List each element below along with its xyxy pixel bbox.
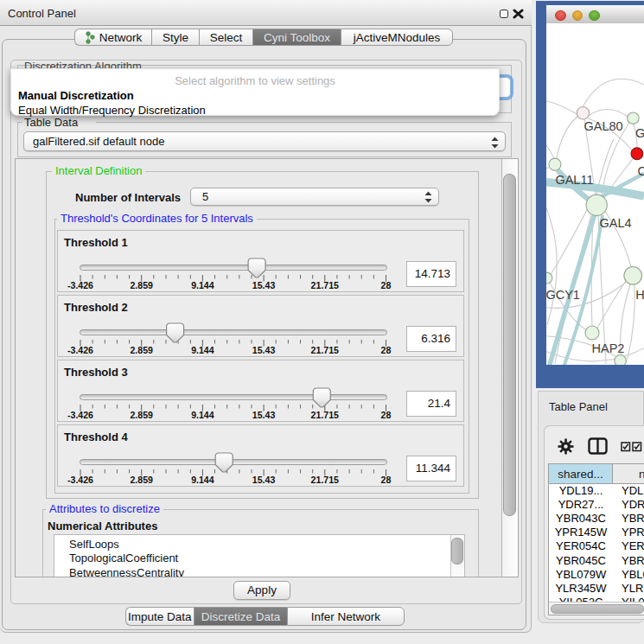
svg-text:28: 28 (381, 345, 392, 355)
svg-text:15.43: 15.43 (252, 410, 276, 420)
svg-text:HAP2: HAP2 (592, 341, 625, 355)
svg-text:-3.426: -3.426 (67, 345, 93, 355)
svg-text:9.144: 9.144 (191, 280, 214, 290)
svg-text:-3.426: -3.426 (67, 475, 93, 485)
svg-text:G.: G. (635, 126, 644, 140)
svg-text:2.859: 2.859 (130, 345, 153, 355)
svg-text:28: 28 (381, 475, 392, 485)
svg-text:-3.426: -3.426 (67, 410, 93, 420)
svg-text:2.859: 2.859 (130, 475, 153, 485)
svg-text:21.715: 21.715 (311, 475, 340, 485)
svg-text:GCY1: GCY1 (546, 288, 580, 302)
svg-text:C: C (638, 164, 644, 178)
svg-text:9.144: 9.144 (191, 345, 214, 355)
svg-text:2.859: 2.859 (130, 280, 153, 290)
svg-text:15.43: 15.43 (252, 345, 276, 355)
svg-text:GAL80: GAL80 (584, 119, 623, 133)
svg-text:GAL4: GAL4 (600, 216, 632, 230)
svg-text:9.144: 9.144 (191, 475, 214, 485)
svg-text:9.144: 9.144 (191, 410, 214, 420)
svg-text:28: 28 (381, 280, 392, 290)
svg-text:15.43: 15.43 (252, 280, 276, 290)
svg-text:21.715: 21.715 (311, 410, 340, 420)
svg-text:15.43: 15.43 (252, 475, 276, 485)
svg-text:GAL11: GAL11 (555, 173, 593, 187)
svg-text:28: 28 (381, 410, 392, 420)
svg-text:H: H (635, 288, 644, 302)
svg-text:-3.426: -3.426 (67, 280, 93, 290)
svg-text:21.715: 21.715 (311, 280, 340, 290)
svg-text:21.715: 21.715 (311, 345, 340, 355)
svg-text:2.859: 2.859 (130, 410, 153, 420)
